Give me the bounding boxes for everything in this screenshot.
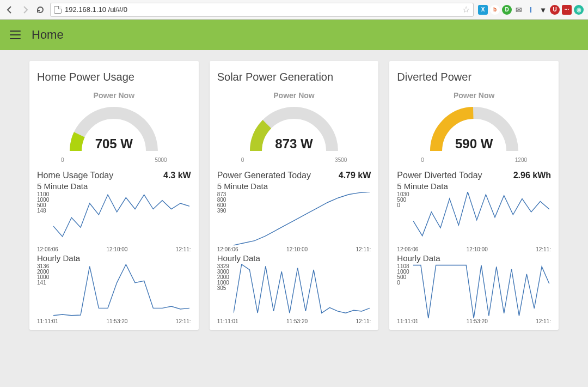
five-min-label: 5 Minute Data bbox=[397, 182, 551, 191]
dashboard-card: Solar Power Generation Power Now 873 W 0… bbox=[210, 61, 379, 330]
today-label: Power Diverted Today bbox=[397, 171, 482, 180]
gauge: 705 W bbox=[37, 102, 191, 159]
gauge-value: 590 W bbox=[397, 136, 551, 152]
menu-button[interactable] bbox=[10, 31, 21, 39]
url-text: 192.168.1.10 /ui/#/0 bbox=[65, 5, 127, 14]
extension-icon[interactable]: ∙∙∙ bbox=[562, 5, 572, 15]
dashboard-card: Diverted Power Power Now 590 W 01200 Pow… bbox=[389, 61, 559, 330]
today-label: Home Usage Today bbox=[37, 171, 113, 180]
five-min-chart: 10305000 12:06:0612:10:0012:11: bbox=[397, 192, 551, 252]
back-button[interactable] bbox=[4, 4, 15, 15]
extension-icon[interactable]: ▾ bbox=[538, 5, 548, 15]
hourly-chart: 3329300020001000305 11:11:0111:53:2012:1… bbox=[217, 264, 371, 324]
address-bar[interactable]: 192.168.1.10 /ui/#/0 ☆ bbox=[50, 3, 474, 17]
extension-icon[interactable]: X bbox=[478, 5, 488, 15]
extension-icon[interactable]: D bbox=[502, 5, 512, 15]
today-value: 4.3 kW bbox=[163, 171, 191, 180]
app-header: Home bbox=[0, 20, 588, 50]
gauge-label: Power Now bbox=[37, 91, 191, 100]
gauge-label: Power Now bbox=[397, 91, 551, 100]
today-label: Power Generated Today bbox=[217, 171, 311, 180]
five-min-label: 5 Minute Data bbox=[37, 182, 191, 191]
today-stat: Power Generated Today 4.79 kW bbox=[217, 171, 371, 180]
gauge: 873 W bbox=[217, 102, 371, 159]
today-stat: Power Diverted Today 2.96 kWh bbox=[397, 171, 551, 180]
hourly-chart: 110810005000 11:11:0111:53:2012:11: bbox=[397, 264, 551, 324]
today-value: 4.79 kW bbox=[339, 171, 371, 180]
gauge: 590 W bbox=[397, 102, 551, 159]
five-min-chart: 11001000500148 12:06:0612:10:0012:11: bbox=[37, 192, 191, 252]
gauge-value: 873 W bbox=[217, 136, 371, 152]
today-value: 2.96 kWh bbox=[513, 171, 551, 180]
extension-icon[interactable]: I bbox=[526, 5, 536, 15]
hourly-label: Hourly Data bbox=[397, 253, 551, 263]
dashboard-card: Home Power Usage Power Now 705 W 05000 H… bbox=[29, 61, 199, 330]
browser-toolbar: 192.168.1.10 /ui/#/0 ☆ XbD✉I▾U∙∙∙◎ bbox=[0, 0, 588, 20]
gauge-label: Power Now bbox=[217, 91, 371, 100]
card-title: Solar Power Generation bbox=[217, 71, 371, 83]
five-min-chart: 873800600390 12:06:0612:10:0012:11: bbox=[217, 192, 371, 252]
extension-icon[interactable]: ◎ bbox=[574, 5, 584, 15]
five-min-label: 5 Minute Data bbox=[217, 182, 371, 191]
extension-icon[interactable]: ✉ bbox=[514, 5, 524, 15]
card-title: Diverted Power bbox=[397, 71, 551, 83]
page-icon bbox=[54, 6, 62, 14]
hourly-chart: 313620001000141 11:11:0111:53:2012:11: bbox=[37, 264, 191, 324]
forward-button[interactable] bbox=[20, 4, 30, 15]
hourly-label: Hourly Data bbox=[37, 253, 191, 263]
dashboard-content: Home Power Usage Power Now 705 W 05000 H… bbox=[0, 50, 588, 341]
hourly-label: Hourly Data bbox=[217, 253, 371, 263]
reload-button[interactable] bbox=[35, 4, 46, 15]
extension-icon[interactable]: b bbox=[490, 5, 500, 15]
card-title: Home Power Usage bbox=[37, 71, 191, 83]
page-title: Home bbox=[32, 28, 64, 42]
today-stat: Home Usage Today 4.3 kW bbox=[37, 171, 191, 180]
gauge-value: 705 W bbox=[37, 136, 191, 152]
extensions-area: XbD✉I▾U∙∙∙◎ bbox=[478, 5, 584, 15]
extension-icon[interactable]: U bbox=[550, 5, 560, 15]
bookmark-star-icon[interactable]: ☆ bbox=[462, 4, 470, 15]
